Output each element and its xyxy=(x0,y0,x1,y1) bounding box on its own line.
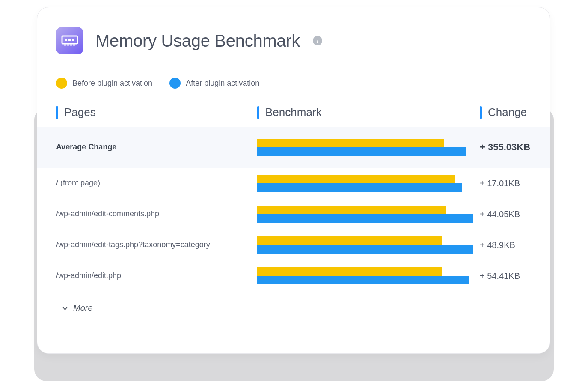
chevron-down-icon xyxy=(61,304,69,312)
bar-after xyxy=(257,245,473,254)
header-tick-icon xyxy=(480,106,482,119)
col-header-benchmark: Benchmark xyxy=(257,106,480,119)
legend-dot-after xyxy=(169,78,181,89)
page-label: /wp-admin/edit.php xyxy=(56,270,257,281)
col-header-change: Change xyxy=(480,106,531,119)
svg-rect-5 xyxy=(65,39,67,41)
more-button[interactable]: More xyxy=(37,291,550,325)
bar-after xyxy=(257,147,466,156)
col-header-pages: Pages xyxy=(56,106,257,119)
legend-before: Before plugin activation xyxy=(56,78,152,89)
legend-after-label: After plugin activation xyxy=(186,79,259,88)
table-row: /wp-admin/edit-comments.php+ 44.05KB xyxy=(37,199,550,230)
bar-before xyxy=(257,139,444,147)
legend-after: After plugin activation xyxy=(169,78,259,89)
page-label: /wp-admin/edit-comments.php xyxy=(56,209,257,219)
header-tick-icon xyxy=(56,106,58,119)
benchmark-bars xyxy=(257,175,480,192)
card-header: Memory Usage Benchmark i xyxy=(37,27,550,54)
info-icon[interactable]: i xyxy=(313,36,322,45)
card-title: Memory Usage Benchmark xyxy=(95,31,300,51)
benchmark-bars xyxy=(257,236,480,254)
legend-before-label: Before plugin activation xyxy=(72,79,152,88)
change-value: + 355.03KB xyxy=(480,142,531,153)
bar-before xyxy=(257,236,442,245)
page-label: / (front page) xyxy=(56,178,257,188)
change-value: + 17.01KB xyxy=(480,179,531,188)
svg-rect-7 xyxy=(72,39,74,41)
bar-before xyxy=(257,267,442,276)
col-change-label: Change xyxy=(488,106,527,119)
table-row: /wp-admin/edit-tags.php?taxonomy=categor… xyxy=(37,230,550,260)
legend-dot-before xyxy=(56,78,67,89)
benchmark-bars xyxy=(257,267,480,284)
change-value: + 48.9KB xyxy=(480,240,531,250)
bar-after xyxy=(257,276,469,284)
table-row: /wp-admin/edit.php+ 54.41KB xyxy=(37,260,550,291)
benchmark-bars xyxy=(257,206,480,223)
page-label: /wp-admin/edit-tags.php?taxonomy=categor… xyxy=(56,239,257,250)
table-row: Average Change+ 355.03KB xyxy=(37,127,550,168)
svg-rect-6 xyxy=(68,39,71,41)
bar-after xyxy=(257,183,462,192)
table-row: / (front page)+ 17.01KB xyxy=(37,168,550,199)
page-label: Average Change xyxy=(56,142,257,152)
benchmark-card: Memory Usage Benchmark i Before plugin a… xyxy=(37,7,550,354)
header-tick-icon xyxy=(257,106,259,119)
benchmark-bars xyxy=(257,139,480,156)
memory-icon xyxy=(56,27,83,54)
bar-before xyxy=(257,175,455,183)
more-label: More xyxy=(73,303,93,313)
rows-container: Average Change+ 355.03KB/ (front page)+ … xyxy=(37,127,550,291)
bar-after xyxy=(257,214,473,223)
change-value: + 54.41KB xyxy=(480,271,531,281)
col-benchmark-label: Benchmark xyxy=(265,106,322,119)
col-pages-label: Pages xyxy=(64,106,96,119)
legend: Before plugin activation After plugin ac… xyxy=(37,54,550,89)
change-value: + 44.05KB xyxy=(480,209,531,219)
bar-before xyxy=(257,206,446,214)
column-headers: Pages Benchmark Change xyxy=(37,89,550,127)
